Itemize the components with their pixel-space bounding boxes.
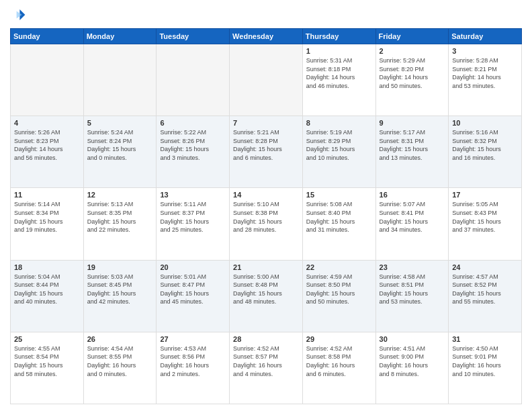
day-info: Sunrise: 4:58 AM Sunset: 8:51 PM Dayligh… (380, 273, 445, 306)
day-info: Sunrise: 5:05 AM Sunset: 8:43 PM Dayligh… (452, 200, 518, 234)
calendar-cell: 5Sunrise: 5:24 AM Sunset: 8:24 PM Daylig… (83, 116, 157, 188)
day-info: Sunrise: 5:16 AM Sunset: 8:32 PM Dayligh… (452, 128, 518, 162)
calendar-cell: 2Sunrise: 5:29 AM Sunset: 8:20 PM Daylig… (375, 44, 449, 116)
day-info: Sunrise: 5:14 AM Sunset: 8:34 PM Dayligh… (14, 200, 80, 234)
day-header-monday: Monday (83, 29, 157, 44)
day-number: 3 (452, 47, 518, 55)
calendar-cell: 17Sunrise: 5:05 AM Sunset: 8:43 PM Dayli… (449, 188, 522, 260)
day-number: 1 (306, 47, 372, 55)
calendar-cell: 24Sunrise: 4:57 AM Sunset: 8:52 PM Dayli… (449, 260, 522, 332)
day-header-wednesday: Wednesday (230, 29, 303, 44)
day-number: 24 (452, 263, 518, 271)
day-number: 18 (14, 263, 80, 271)
day-info: Sunrise: 4:57 AM Sunset: 8:52 PM Dayligh… (452, 273, 518, 306)
logo (10, 7, 29, 23)
day-number: 22 (306, 263, 372, 271)
calendar-cell: 29Sunrise: 4:52 AM Sunset: 8:58 PM Dayli… (302, 332, 375, 404)
day-info: Sunrise: 5:04 AM Sunset: 8:44 PM Dayligh… (14, 273, 80, 306)
day-info: Sunrise: 4:55 AM Sunset: 8:54 PM Dayligh… (14, 345, 80, 378)
calendar-cell: 1Sunrise: 5:31 AM Sunset: 8:18 PM Daylig… (302, 44, 375, 116)
calendar-cell: 27Sunrise: 4:53 AM Sunset: 8:56 PM Dayli… (157, 332, 230, 404)
calendar-cell: 31Sunrise: 4:50 AM Sunset: 9:01 PM Dayli… (449, 332, 522, 404)
calendar-cell: 11Sunrise: 5:14 AM Sunset: 8:34 PM Dayli… (11, 188, 84, 260)
calendar-cell: 7Sunrise: 5:21 AM Sunset: 8:28 PM Daylig… (230, 116, 303, 188)
calendar-cell: 15Sunrise: 5:08 AM Sunset: 8:40 PM Dayli… (302, 188, 375, 260)
week-row-3: 11Sunrise: 5:14 AM Sunset: 8:34 PM Dayli… (11, 188, 522, 260)
day-info: Sunrise: 4:52 AM Sunset: 8:58 PM Dayligh… (306, 345, 372, 378)
calendar-cell: 6Sunrise: 5:22 AM Sunset: 8:26 PM Daylig… (157, 116, 230, 188)
day-info: Sunrise: 5:10 AM Sunset: 8:38 PM Dayligh… (233, 200, 299, 234)
day-number: 21 (233, 263, 299, 271)
day-number: 29 (306, 335, 372, 343)
calendar-cell: 14Sunrise: 5:10 AM Sunset: 8:38 PM Dayli… (230, 188, 303, 260)
calendar-page: SundayMondayTuesdayWednesdayThursdayFrid… (0, 0, 532, 411)
day-number: 15 (306, 191, 372, 199)
calendar-cell (83, 44, 157, 116)
day-number: 16 (380, 191, 445, 199)
calendar-cell: 12Sunrise: 5:13 AM Sunset: 8:35 PM Dayli… (83, 188, 157, 260)
day-info: Sunrise: 5:17 AM Sunset: 8:31 PM Dayligh… (380, 128, 445, 162)
day-number: 19 (87, 263, 153, 271)
day-number: 4 (14, 119, 80, 127)
day-info: Sunrise: 4:54 AM Sunset: 8:55 PM Dayligh… (87, 345, 153, 378)
day-info: Sunrise: 5:19 AM Sunset: 8:29 PM Dayligh… (306, 128, 372, 162)
day-number: 7 (233, 119, 299, 127)
day-info: Sunrise: 4:51 AM Sunset: 9:00 PM Dayligh… (380, 345, 445, 378)
day-number: 26 (87, 335, 153, 343)
calendar-cell: 10Sunrise: 5:16 AM Sunset: 8:32 PM Dayli… (449, 116, 522, 188)
week-row-1: 1Sunrise: 5:31 AM Sunset: 8:18 PM Daylig… (11, 44, 522, 116)
day-number: 14 (233, 191, 299, 199)
day-info: Sunrise: 5:13 AM Sunset: 8:35 PM Dayligh… (87, 200, 153, 234)
days-header-row: SundayMondayTuesdayWednesdayThursdayFrid… (11, 29, 522, 44)
calendar-cell (230, 44, 303, 116)
calendar-cell: 26Sunrise: 4:54 AM Sunset: 8:55 PM Dayli… (83, 332, 157, 404)
calendar-cell: 30Sunrise: 4:51 AM Sunset: 9:00 PM Dayli… (375, 332, 449, 404)
day-number: 6 (160, 119, 226, 127)
calendar-cell: 21Sunrise: 5:00 AM Sunset: 8:48 PM Dayli… (230, 260, 303, 332)
day-info: Sunrise: 5:31 AM Sunset: 8:18 PM Dayligh… (306, 56, 372, 90)
day-number: 30 (380, 335, 445, 343)
day-number: 2 (380, 47, 445, 55)
calendar-cell: 8Sunrise: 5:19 AM Sunset: 8:29 PM Daylig… (302, 116, 375, 188)
day-number: 31 (452, 335, 518, 343)
day-header-friday: Friday (375, 29, 449, 44)
day-number: 23 (380, 263, 445, 271)
day-number: 9 (380, 119, 445, 127)
day-number: 28 (233, 335, 299, 343)
day-info: Sunrise: 5:22 AM Sunset: 8:26 PM Dayligh… (160, 128, 226, 162)
calendar-cell: 22Sunrise: 4:59 AM Sunset: 8:50 PM Dayli… (302, 260, 375, 332)
day-info: Sunrise: 5:29 AM Sunset: 8:20 PM Dayligh… (380, 56, 445, 90)
logo-icon (10, 7, 26, 23)
day-number: 13 (160, 191, 226, 199)
calendar-cell: 3Sunrise: 5:28 AM Sunset: 8:21 PM Daylig… (449, 44, 522, 116)
day-header-saturday: Saturday (449, 29, 522, 44)
day-number: 25 (14, 335, 80, 343)
calendar-cell: 4Sunrise: 5:26 AM Sunset: 8:23 PM Daylig… (11, 116, 84, 188)
day-info: Sunrise: 5:00 AM Sunset: 8:48 PM Dayligh… (233, 273, 299, 306)
day-number: 27 (160, 335, 226, 343)
calendar-table: SundayMondayTuesdayWednesdayThursdayFrid… (10, 28, 522, 404)
day-info: Sunrise: 5:07 AM Sunset: 8:41 PM Dayligh… (380, 200, 445, 234)
day-number: 12 (87, 191, 153, 199)
calendar-cell (157, 44, 230, 116)
day-info: Sunrise: 4:50 AM Sunset: 9:01 PM Dayligh… (452, 345, 518, 378)
calendar-cell: 13Sunrise: 5:11 AM Sunset: 8:37 PM Dayli… (157, 188, 230, 260)
calendar-cell: 28Sunrise: 4:52 AM Sunset: 8:57 PM Dayli… (230, 332, 303, 404)
calendar-cell (11, 44, 84, 116)
week-row-4: 18Sunrise: 5:04 AM Sunset: 8:44 PM Dayli… (11, 260, 522, 332)
day-number: 20 (160, 263, 226, 271)
day-header-thursday: Thursday (302, 29, 375, 44)
day-info: Sunrise: 5:26 AM Sunset: 8:23 PM Dayligh… (14, 128, 80, 162)
calendar-cell: 20Sunrise: 5:01 AM Sunset: 8:47 PM Dayli… (157, 260, 230, 332)
day-number: 8 (306, 119, 372, 127)
day-number: 17 (452, 191, 518, 199)
day-number: 11 (14, 191, 80, 199)
day-info: Sunrise: 4:52 AM Sunset: 8:57 PM Dayligh… (233, 345, 299, 378)
week-row-5: 25Sunrise: 4:55 AM Sunset: 8:54 PM Dayli… (11, 332, 522, 404)
day-info: Sunrise: 4:53 AM Sunset: 8:56 PM Dayligh… (160, 345, 226, 378)
calendar-cell: 18Sunrise: 5:04 AM Sunset: 8:44 PM Dayli… (11, 260, 84, 332)
page-header (10, 7, 522, 23)
day-number: 10 (452, 119, 518, 127)
calendar-cell: 25Sunrise: 4:55 AM Sunset: 8:54 PM Dayli… (11, 332, 84, 404)
day-info: Sunrise: 5:03 AM Sunset: 8:45 PM Dayligh… (87, 273, 153, 306)
